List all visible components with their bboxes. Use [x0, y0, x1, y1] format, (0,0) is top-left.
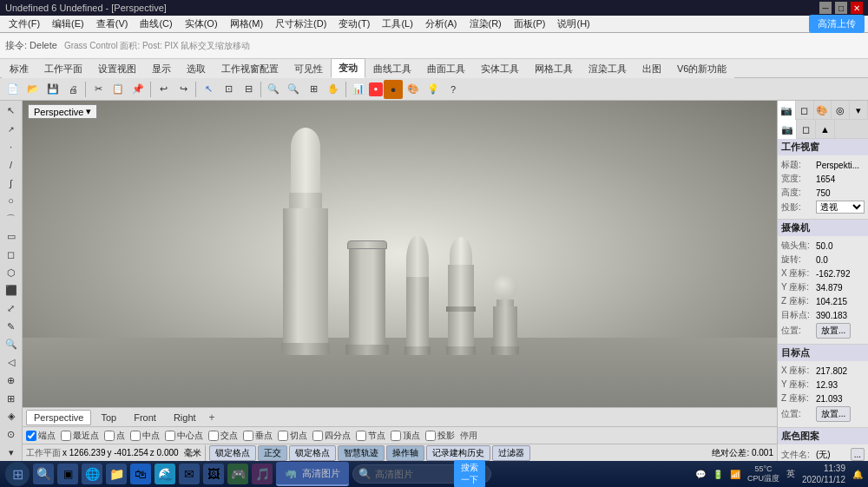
taskbar-time[interactable]: 11:39 2020/11/12: [802, 463, 845, 485]
tool-curve[interactable]: ∫: [2, 174, 21, 192]
tool-snap[interactable]: ⊕: [2, 372, 21, 390]
tool-surface[interactable]: ◻: [2, 247, 21, 264]
select-btn[interactable]: ↖: [199, 80, 218, 99]
viewport-3d[interactable]: Perspective ▾: [23, 101, 777, 407]
minimize-button[interactable]: ─: [819, 2, 832, 14]
tool-circle[interactable]: ○: [2, 193, 21, 210]
tab-transform[interactable]: 变动: [331, 58, 365, 78]
tool-transform[interactable]: ⤢: [2, 300, 21, 318]
viewport-label[interactable]: Perspective ▾: [28, 104, 97, 119]
snap-mid[interactable]: 中点: [130, 430, 160, 442]
tool-render2[interactable]: ◈: [2, 408, 21, 425]
menu-file[interactable]: 文件(F): [3, 16, 45, 32]
camera-place-btn[interactable]: 放置...: [816, 323, 851, 339]
taskbar-mail[interactable]: ✉: [179, 464, 200, 484]
snap-quad[interactable]: 四分点: [312, 430, 351, 442]
taskbar-notification[interactable]: 💬: [695, 470, 706, 479]
menu-transform[interactable]: 变动(T): [333, 16, 375, 32]
ortho-btn[interactable]: 正交: [258, 445, 287, 461]
tab-v6-new[interactable]: V6的新功能: [669, 59, 734, 78]
vp-tab-perspective[interactable]: Perspective: [26, 410, 91, 425]
vp-tab-front[interactable]: Front: [126, 410, 164, 425]
taskbar-search-input[interactable]: [375, 469, 450, 479]
tab-workplane[interactable]: 工作平面: [36, 59, 90, 78]
taskbar-photos[interactable]: 🖼: [203, 464, 224, 484]
tool-select2[interactable]: ↗: [2, 121, 21, 138]
save-btn[interactable]: 💾: [43, 80, 62, 99]
lights-btn[interactable]: 💡: [424, 80, 443, 99]
panel-sub-icon-1[interactable]: 📷: [778, 120, 797, 139]
lockgrid2-btn[interactable]: 锁定格点: [289, 445, 336, 461]
tool-arc[interactable]: ⌒: [2, 210, 21, 227]
redo-btn[interactable]: ↪: [174, 80, 193, 99]
tab-display[interactable]: 显示: [144, 59, 179, 78]
render-btn[interactable]: 🎨: [404, 80, 423, 99]
tool-custom[interactable]: ⊙: [2, 426, 21, 444]
tool-solid[interactable]: ⬛: [2, 282, 21, 299]
tab-solid-tools[interactable]: 实体工具: [473, 59, 527, 78]
taskbar-task-view[interactable]: ▣: [57, 464, 78, 484]
menu-dims[interactable]: 尺寸标注(D): [270, 16, 332, 32]
color-btn[interactable]: ●: [384, 80, 403, 99]
snap-point[interactable]: 点: [104, 430, 125, 442]
menu-tools[interactable]: 工具(L): [377, 16, 418, 32]
tool-rect[interactable]: ▭: [2, 228, 21, 246]
upload-button[interactable]: 高清上传: [809, 15, 865, 33]
deselect-btn[interactable]: ⊟: [239, 80, 258, 99]
menu-mesh[interactable]: 网格(M): [225, 16, 269, 32]
history-btn[interactable]: 记录建构历史: [426, 445, 490, 461]
open-btn[interactable]: 📂: [23, 80, 43, 99]
snap-project[interactable]: 投影: [425, 430, 455, 442]
tab-viewport-config[interactable]: 工作视窗配置: [214, 59, 286, 78]
tool-extrude[interactable]: ⬡: [2, 264, 21, 281]
menu-solid[interactable]: 实体(O): [180, 16, 223, 32]
snap-disable[interactable]: 停用: [460, 430, 477, 442]
menu-view[interactable]: 查看(V): [91, 16, 134, 32]
vp-tab-top[interactable]: Top: [93, 410, 124, 425]
tab-curve-tools[interactable]: 曲线工具: [365, 59, 419, 78]
bg-file-browse-btn[interactable]: ...: [851, 448, 865, 461]
taskbar-search-btn[interactable]: 搜索一下: [454, 460, 485, 487]
tab-mesh-tools[interactable]: 网格工具: [527, 59, 581, 78]
panel-icon-camera[interactable]: 📷: [778, 101, 796, 120]
taskbar-folder[interactable]: 📁: [106, 464, 127, 484]
taskbar-app1[interactable]: 🎮: [227, 464, 248, 484]
snap-center[interactable]: 中心点: [165, 430, 203, 442]
paste-btn[interactable]: 📌: [128, 80, 148, 99]
tab-render-tools[interactable]: 渲染工具: [581, 59, 635, 78]
panel-icon-more[interactable]: ▾: [850, 101, 868, 120]
zoom-in-btn[interactable]: 🔍: [264, 80, 283, 99]
tab-select[interactable]: 选取: [179, 59, 214, 78]
lockgrid-btn[interactable]: 锁定格点: [209, 445, 256, 461]
smarttrack-btn[interactable]: 智慧轨迹: [338, 445, 385, 461]
active-app-rhino[interactable]: 🦏 高清图片: [276, 462, 349, 486]
snap-tan[interactable]: 切点: [278, 430, 307, 442]
taskbar-edge[interactable]: 🌊: [155, 464, 175, 484]
undo-btn[interactable]: ↩: [154, 80, 173, 99]
snap-endpoint[interactable]: 端点: [26, 430, 56, 442]
taskbar-action-center[interactable]: 🔔: [852, 470, 863, 479]
tab-visibility[interactable]: 可见性: [286, 59, 331, 78]
cut-btn[interactable]: ✂: [89, 80, 108, 99]
menu-edit[interactable]: 编辑(E): [47, 16, 89, 32]
zoom-all-btn[interactable]: ⊞: [304, 80, 323, 99]
tool-dims[interactable]: ◁: [2, 354, 21, 372]
snap-knot[interactable]: 节点: [356, 430, 385, 442]
vp-tab-right[interactable]: Right: [166, 410, 204, 425]
menu-panel[interactable]: 面板(P): [509, 16, 551, 32]
menu-render[interactable]: 渲染(R): [464, 16, 507, 32]
copy-btn[interactable]: 📋: [108, 80, 128, 99]
close-button[interactable]: ✕: [851, 2, 863, 14]
panel-icon-render[interactable]: 🎨: [814, 101, 832, 120]
tab-setview[interactable]: 设置视图: [90, 59, 144, 78]
pan-btn[interactable]: ✋: [324, 80, 343, 99]
zoom-out-btn[interactable]: 🔍: [284, 80, 303, 99]
select-window-btn[interactable]: ⊡: [219, 80, 238, 99]
taskbar-store[interactable]: 🛍: [130, 464, 151, 484]
vp-tab-add[interactable]: +: [206, 410, 219, 425]
tab-standard[interactable]: 标准: [2, 59, 36, 78]
layer-btn[interactable]: 📊: [349, 80, 368, 99]
panel-sub-icon-2[interactable]: ◻: [797, 120, 816, 139]
taskbar-app2[interactable]: 🎵: [252, 464, 273, 484]
panel-sub-icon-3[interactable]: ▲: [816, 120, 835, 139]
